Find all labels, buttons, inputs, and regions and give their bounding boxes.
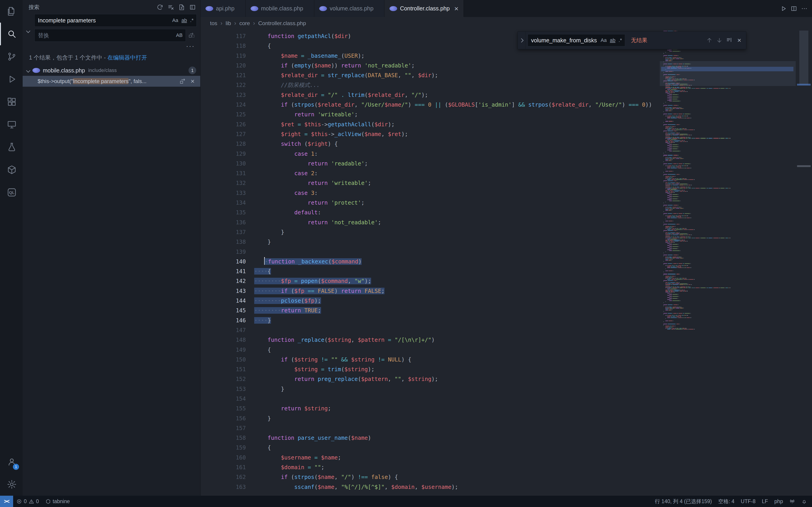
line-number[interactable]: 154 [201,394,246,404]
code-line[interactable]: 148 function _replace($string, $pattern … [201,335,660,345]
cursor-position-status[interactable]: 行 140, 列 4 (已选择159) [652,496,715,507]
code-line[interactable]: 146····} [201,316,660,325]
line-number[interactable]: 151 [201,364,246,374]
code-line[interactable]: 132 return 'writeable'; [201,178,660,188]
line-number[interactable]: 161 [201,462,246,472]
sidebar-item-remote-explorer[interactable] [0,113,23,136]
sidebar-item-packages[interactable] [0,159,23,181]
code-line[interactable]: 163 sscanf($name, "%[^/]/%[^$]", $domain… [201,482,660,492]
code-line[interactable]: 149 { [201,345,660,355]
line-number[interactable]: 148 [201,335,246,345]
code-line[interactable]: 159 { [201,443,660,452]
minimap[interactable] [660,30,796,496]
line-number[interactable]: 141 [201,266,246,276]
line-number[interactable]: 130 [201,159,246,168]
code-line[interactable]: 142········$fp = popen($command, "w"); [201,276,660,286]
line-number[interactable]: 117 [201,31,246,41]
line-number[interactable]: 134 [201,198,246,208]
code-line[interactable]: 134 return 'protect'; [201,198,660,208]
code-line[interactable]: 126 $ret = $this->getpathAclall($dir); [201,119,660,129]
line-number[interactable]: 157 [201,423,246,433]
code-line[interactable]: 151 $string = trim($string); [201,364,660,374]
line-number[interactable]: 158 [201,433,246,443]
code-line[interactable]: 119 $name = _basename_(USER); [201,51,660,61]
breadcrumb-item[interactable]: lib [226,20,231,26]
code-line[interactable]: 133 case 3: [201,188,660,198]
line-number[interactable]: 125 [201,110,246,119]
line-number[interactable]: 162 [201,472,246,482]
code-line[interactable]: 138 } [201,237,660,247]
toggle-replace-button[interactable] [518,32,525,49]
line-number[interactable]: 156 [201,413,246,423]
code-line[interactable]: 162 if (strpos($name, "/") !== false) { [201,472,660,482]
line-number[interactable]: 131 [201,168,246,178]
remote-indicator[interactable]: >< [0,496,13,507]
code-line[interactable]: 157 [201,423,660,433]
sidebar-item-search[interactable] [0,23,23,45]
toggle-search-details-button[interactable]: ··· [186,43,195,49]
code-line[interactable]: 153 } [201,384,660,394]
editor-scrollbar[interactable] [796,30,812,496]
tab-volume.class.php[interactable]: volume.class.php [314,0,385,17]
line-number[interactable]: 149 [201,345,246,355]
line-number[interactable]: 139 [201,247,246,257]
line-number[interactable]: 152 [201,374,246,384]
line-number[interactable]: 135 [201,208,246,217]
code-line[interactable]: 121 $relate_dir = str_replace(DATA_BASE,… [201,70,660,80]
code-line[interactable]: 147 [201,325,660,335]
indentation-status[interactable]: 空格: 4 [715,496,738,507]
line-number[interactable]: 146 [201,316,246,325]
code-line[interactable]: 123 $relate_dir = "/" . ltrim($relate_di… [201,90,660,100]
encoding-status[interactable]: UTF-8 [738,496,759,507]
next-match-button[interactable] [714,35,724,45]
problems-status[interactable]: 0 0 [13,496,42,507]
line-number[interactable]: 144 [201,296,246,305]
code-line[interactable]: 150 if ($string != "" && $string != NULL… [201,355,660,364]
line-number[interactable]: 160 [201,453,246,462]
code-line[interactable]: 127 $right = $this->_aclView($name, $ret… [201,129,660,139]
line-number[interactable]: 127 [201,129,246,139]
whole-word-toggle[interactable]: ab [608,37,617,44]
open-search-editor-button[interactable] [188,2,198,12]
match-case-toggle[interactable]: Aa [170,17,180,24]
code-line[interactable]: 135 default: [201,208,660,217]
line-number[interactable]: 155 [201,404,246,413]
ports-status[interactable] [786,496,798,507]
line-number[interactable]: 163 [201,482,246,492]
code-line[interactable]: 130 return 'readable'; [201,159,660,168]
notifications-button[interactable] [798,496,810,507]
line-number[interactable]: 123 [201,90,246,100]
tabnine-status[interactable]: tabnine [42,496,73,507]
code-line[interactable]: 145········return TRUE; [201,305,660,315]
code-line[interactable]: 144········pclose($fp); [201,296,660,305]
code-lines[interactable]: 117 function getpathAcl($dir)118 {119 $n… [201,30,660,496]
sidebar-item-codeql[interactable]: QL [0,181,23,204]
line-number[interactable]: 145 [201,305,246,315]
accounts-button[interactable]: 1 [0,450,23,473]
dismiss-match-button[interactable]: × [188,76,198,86]
line-number[interactable]: 122 [201,80,246,90]
code-line[interactable]: 158 function parse_user_name($name) [201,433,660,443]
toggle-replace-button[interactable] [23,24,33,38]
breadcrumb-item[interactable]: Controller.class.php [258,20,306,26]
close-find-widget-button[interactable]: × [734,35,744,45]
code-line[interactable]: 139 [201,247,660,257]
code-line[interactable]: 140 ·function _backexec($command) [201,257,660,266]
code-line[interactable]: 137 } [201,227,660,237]
eol-status[interactable]: LF [759,496,771,507]
regex-toggle[interactable]: .* [189,17,195,24]
scrollbar-thumb[interactable] [799,31,808,85]
tab-Controller.class.php[interactable]: Controller.class.php× [385,0,464,17]
line-number[interactable]: 147 [201,325,246,335]
line-number[interactable]: 159 [201,443,246,452]
close-tab-icon[interactable]: × [454,5,459,12]
code-line[interactable]: 143········if ($fp == FALSE) return FALS… [201,286,660,296]
code-line[interactable]: 129 case 1: [201,149,660,159]
regex-toggle[interactable]: .* [617,37,623,44]
code-line[interactable]: 136 return 'not_readable'; [201,218,660,227]
line-number[interactable]: 143 [201,286,246,296]
new-search-editor-button[interactable] [177,2,187,12]
line-number[interactable]: 140 [201,257,246,266]
refresh-button[interactable] [155,2,165,12]
line-number[interactable]: 137 [201,227,246,237]
